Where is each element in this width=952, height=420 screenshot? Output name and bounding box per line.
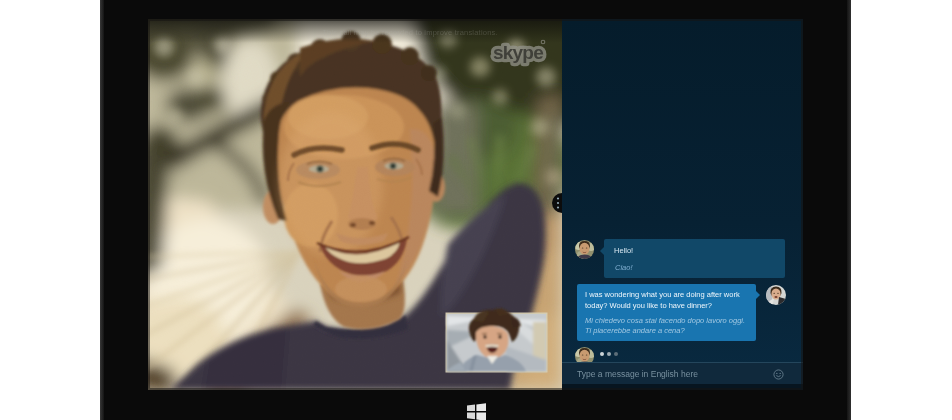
svg-text:skype: skype: [493, 42, 543, 63]
